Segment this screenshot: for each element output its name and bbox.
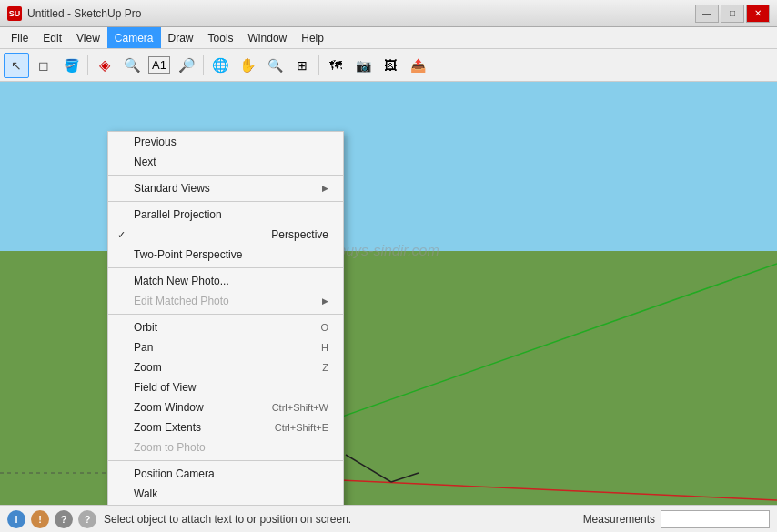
toolbar-btn-9[interactable]: 🗺 [323, 53, 348, 78]
icon-11: 🖼 [384, 58, 397, 73]
menu-item-perspective[interactable]: Perspective [108, 225, 343, 245]
toolbar-btn-7[interactable]: 🔍 [262, 53, 288, 78]
erase-icon: ◻ [38, 58, 49, 73]
menu-item-zoom[interactable]: Zoom Z [108, 357, 343, 377]
menu-view[interactable]: View [69, 27, 107, 48]
status-icon-info[interactable]: i [7, 510, 25, 528]
status-icons: i ! ? ? [7, 510, 96, 528]
status-icon-error[interactable]: ? [55, 510, 73, 528]
menu-camera[interactable]: Camera [107, 27, 161, 48]
toolbar-btn-1[interactable]: ◈ [92, 53, 117, 78]
menu-file[interactable]: File [4, 27, 35, 48]
close-button[interactable]: ✕ [746, 5, 770, 23]
status-text: Select object to attach text to or posit… [104, 513, 576, 526]
svg-line-5 [391, 473, 419, 482]
menu-help[interactable]: Help [294, 27, 331, 48]
menu-item-two-point-perspective[interactable]: Two-Point Perspective [108, 245, 343, 265]
separator-3 [108, 267, 343, 268]
measurements-area: Measurements [583, 510, 770, 528]
toolbar-btn-8[interactable]: ⊞ [289, 53, 315, 78]
menu-item-next[interactable]: Next [108, 152, 343, 172]
menu-tools[interactable]: Tools [201, 27, 241, 48]
menu-edit[interactable]: Edit [35, 27, 69, 48]
toolbar-btn-4[interactable]: 🔎 [174, 53, 199, 78]
menu-item-walk[interactable]: Walk [108, 484, 343, 504]
menu-item-match-new-photo[interactable]: Match New Photo... [108, 271, 343, 291]
menu-item-previous[interactable]: Previous [108, 132, 343, 152]
title-bar-left: SU Untitled - SketchUp Pro [7, 6, 141, 21]
icon-10: 📷 [356, 58, 371, 73]
select-tool-button[interactable]: ↖ [4, 53, 29, 78]
menu-item-position-camera[interactable]: Position Camera [108, 464, 343, 484]
toolbar-btn-3[interactable]: A1 [146, 53, 172, 78]
icon-3: A1 [148, 56, 170, 74]
icon-12: 📤 [410, 58, 426, 73]
menu-item-orbit[interactable]: Orbit O [108, 317, 343, 337]
svg-line-4 [346, 455, 391, 482]
separator-5 [108, 460, 343, 461]
menu-draw[interactable]: Draw [161, 27, 201, 48]
menu-item-zoom-to-photo[interactable]: Zoom to Photo [108, 437, 343, 457]
separator-3 [318, 55, 319, 75]
toolbar-btn-5[interactable]: 🌐 [207, 53, 233, 78]
toolbar-btn-10[interactable]: 📷 [350, 53, 376, 78]
title-bar-buttons: — □ ✕ [695, 5, 770, 23]
status-bar: i ! ? ? Select object to attach text to … [0, 505, 777, 532]
icon-7: 🔍 [267, 58, 283, 73]
menu-window[interactable]: Window [241, 27, 295, 48]
icon-6: ✋ [239, 57, 257, 74]
separator-1 [87, 55, 88, 75]
menu-item-edit-matched-photo[interactable]: Edit Matched Photo [108, 291, 343, 311]
icon-1: ◈ [99, 56, 110, 74]
menu-item-field-of-view[interactable]: Field of View [108, 377, 343, 397]
icon-9: 🗺 [329, 58, 342, 73]
window-title: Untitled - SketchUp Pro [27, 7, 141, 20]
paint-icon: 🪣 [64, 58, 79, 73]
menu-item-look-around[interactable]: Look Around [108, 504, 343, 505]
toolbar-btn-6[interactable]: ✋ [235, 53, 260, 78]
canvas-area[interactable]: buys-sindir.com Previous Next Standard V… [0, 82, 777, 505]
measurements-input[interactable] [661, 510, 770, 528]
menu-item-pan[interactable]: Pan H [108, 337, 343, 357]
status-icon-help[interactable]: ? [78, 510, 96, 528]
separator-2 [203, 55, 204, 75]
menu-item-zoom-extents[interactable]: Zoom Extents Ctrl+Shift+E [108, 417, 343, 437]
menu-item-standard-views[interactable]: Standard Views [108, 178, 343, 198]
separator-1 [108, 175, 343, 176]
icon-2: 🔍 [124, 57, 141, 74]
separator-2 [108, 201, 343, 202]
menu-item-zoom-window[interactable]: Zoom Window Ctrl+Shift+W [108, 397, 343, 417]
erase-tool-button[interactable]: ◻ [31, 53, 56, 78]
measurements-label: Measurements [583, 513, 655, 526]
status-icon-warn[interactable]: ! [31, 510, 49, 528]
toolbar-btn-2[interactable]: 🔍 [119, 53, 145, 78]
toolbar-btn-12[interactable]: 📤 [405, 53, 430, 78]
icon-5: 🌐 [212, 57, 229, 74]
minimize-button[interactable]: — [695, 5, 719, 23]
separator-4 [108, 314, 343, 315]
camera-dropdown-menu: Previous Next Standard Views Parallel Pr… [107, 131, 344, 505]
toolbar-btn-11[interactable]: 🖼 [378, 53, 403, 78]
title-bar: SU Untitled - SketchUp Pro — □ ✕ [0, 0, 777, 27]
select-icon: ↖ [11, 58, 22, 73]
maximize-button[interactable]: □ [721, 5, 744, 23]
menu-bar: File Edit View Camera Draw Tools Window … [0, 27, 777, 49]
toolbar: ↖ ◻ 🪣 ◈ 🔍 A1 🔎 🌐 ✋ 🔍 ⊞ 🗺 📷 🖼 📤 [0, 49, 777, 82]
app-icon: SU [7, 6, 22, 21]
paint-tool-button[interactable]: 🪣 [58, 53, 84, 78]
menu-item-parallel-projection[interactable]: Parallel Projection [108, 205, 343, 225]
icon-4: 🔎 [178, 57, 196, 74]
icon-8: ⊞ [297, 58, 308, 73]
